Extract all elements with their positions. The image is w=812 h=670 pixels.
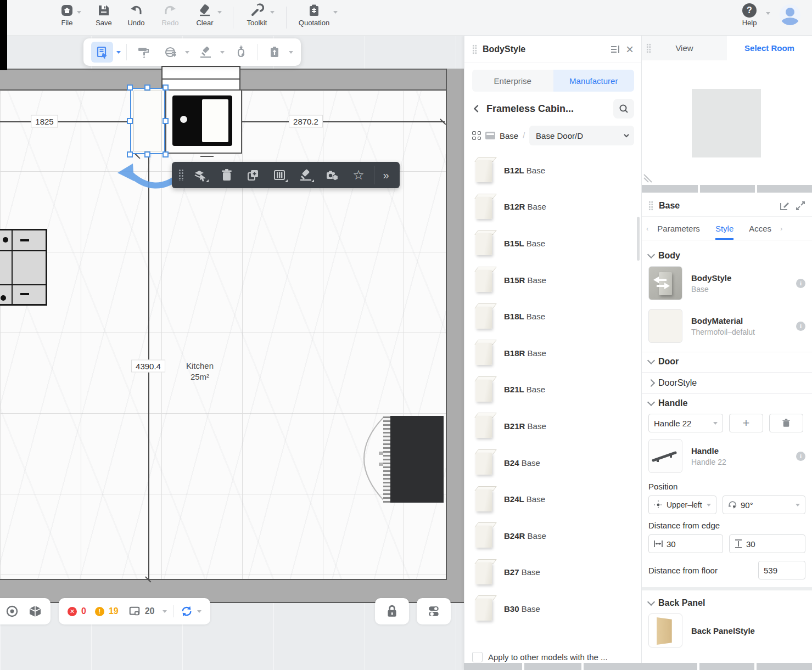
rightcol-hscrollbar[interactable] [641, 663, 812, 670]
tabs-scroll-left-icon[interactable]: ‹ [645, 224, 649, 233]
edge-y-input[interactable]: 30 [729, 534, 805, 553]
material-caret[interactable] [220, 51, 225, 54]
angle-select[interactable]: 90° [723, 496, 805, 514]
checkbox[interactable] [472, 652, 483, 662]
tab-select-room[interactable]: Select Room [727, 36, 812, 60]
globe-caret[interactable] [185, 51, 189, 54]
drag-handle-icon[interactable] [646, 43, 651, 53]
panel-splitter[interactable] [642, 185, 812, 193]
dimension-label[interactable]: 4390.4 [131, 360, 165, 373]
bodymaterial-swatch[interactable] [648, 309, 682, 343]
save-button[interactable]: Save [86, 3, 121, 33]
floorplan-canvas[interactable]: 1825 2870.2 4390.4 Kitchen 25m² [0, 36, 464, 670]
fridge[interactable] [390, 416, 444, 503]
cabinet-list-item[interactable]: B30 Base [464, 590, 641, 627]
warning-count[interactable]: 19 [109, 606, 119, 616]
tabs-scroll-right-icon[interactable]: › [779, 224, 783, 233]
cabinet-list-item[interactable]: B24R Base [464, 517, 641, 554]
help-button[interactable]: ? Help [736, 3, 763, 33]
quotation-caret[interactable] [333, 11, 338, 14]
grid-view-icon[interactable] [472, 131, 481, 140]
sync-caret[interactable] [197, 610, 201, 613]
cabinet-list-item[interactable]: B15L Base [464, 225, 641, 262]
avatar[interactable] [780, 4, 800, 25]
section-body[interactable]: Body [648, 251, 805, 261]
panels-button[interactable] [267, 164, 292, 186]
section-door[interactable]: Door [648, 357, 805, 367]
tab-accessories[interactable]: Acces [741, 217, 779, 240]
tab-style[interactable]: Style [708, 217, 741, 240]
add-handle-button[interactable]: + [729, 414, 763, 432]
sync-icon[interactable] [181, 605, 193, 617]
cabinet-list-item[interactable]: B24 Base [464, 444, 641, 481]
cabinet-list-item[interactable]: B12L Base [464, 152, 641, 189]
quotation-button[interactable]: Quotation [296, 3, 332, 33]
cabinet-list-item[interactable]: B24L Base [464, 481, 641, 517]
toolkit-caret[interactable] [270, 11, 275, 14]
edge-x-input[interactable]: 30 [648, 534, 723, 553]
more-tools-button[interactable]: » [378, 164, 394, 186]
info-icon[interactable]: i [796, 279, 805, 288]
room-preview-shape[interactable] [692, 89, 761, 157]
selection-handle-s[interactable] [144, 151, 150, 157]
back-icon[interactable] [472, 104, 481, 113]
subcategory-dropdown[interactable]: Base Door/D [529, 126, 634, 145]
selection-handle-sw[interactable] [127, 151, 133, 157]
resize-handle-icon[interactable] [643, 173, 655, 183]
material-tool-button[interactable] [195, 42, 217, 63]
dock-panel-icon[interactable] [609, 44, 620, 55]
dimension-label[interactable]: 2870.2 [289, 115, 323, 128]
info-icon[interactable]: i [796, 452, 805, 461]
tab-view[interactable]: View [642, 36, 727, 60]
screen-count[interactable]: 20 [145, 606, 155, 616]
selection-handle-e[interactable] [163, 118, 169, 124]
expand-icon[interactable] [796, 201, 805, 211]
error-count[interactable]: 0 [81, 606, 86, 616]
plan-view-caret[interactable] [116, 51, 121, 54]
export-caret[interactable] [289, 51, 293, 54]
decorate-button[interactable] [230, 42, 252, 63]
drag-handle-icon[interactable] [472, 44, 477, 54]
tab-manufacturer[interactable]: Manufacturer [553, 70, 635, 92]
lock-pill[interactable] [375, 598, 409, 624]
selection-handle-nw[interactable] [127, 85, 133, 91]
replace-model-button[interactable] [320, 164, 344, 186]
settings-toggles-pill[interactable] [417, 598, 451, 624]
globe-replace-button[interactable] [160, 42, 182, 63]
room-preview[interactable] [642, 60, 812, 182]
info-icon[interactable]: i [796, 322, 805, 331]
drag-handle-icon[interactable] [648, 201, 653, 211]
backpanel-thumbnail[interactable] [648, 613, 682, 648]
close-icon[interactable]: × [626, 43, 634, 56]
cooktop[interactable] [0, 229, 47, 306]
toolbar-drag-handle[interactable] [178, 169, 184, 181]
category-label[interactable]: Base [500, 131, 518, 140]
tab-enterprise[interactable]: Enterprise [472, 70, 553, 92]
cube-3d-icon[interactable] [29, 605, 42, 618]
file-caret[interactable] [77, 11, 81, 14]
screens-caret[interactable] [163, 610, 167, 613]
select-tool-button[interactable] [188, 164, 212, 186]
sink-cabinet[interactable] [165, 89, 242, 154]
handle-select[interactable]: Handle 22 [648, 414, 723, 432]
dimension-label[interactable]: 1825 [31, 115, 58, 128]
section-back-panel[interactable]: Back Panel [648, 598, 805, 608]
doorstyle-row[interactable]: DoorStyle [648, 378, 805, 388]
paint-roller-button[interactable] [132, 42, 154, 63]
cabinet-list-item[interactable]: B12R Base [464, 189, 641, 226]
bodystyle-hscrollbar[interactable] [464, 663, 641, 670]
favorite-button[interactable]: ☆ [346, 164, 371, 186]
edit-icon[interactable] [779, 200, 790, 211]
file-button[interactable]: File [49, 3, 85, 33]
bodystyle-thumbnail[interactable] [648, 266, 682, 300]
help-caret[interactable] [766, 12, 770, 15]
cabinet-list-item[interactable]: B15R Base [464, 262, 641, 299]
delete-handle-button[interactable] [769, 414, 803, 432]
cabinet-list-item[interactable]: B18R Base [464, 335, 641, 371]
selected-cabinet[interactable] [130, 88, 165, 154]
duplicate-button[interactable] [241, 164, 265, 186]
cabinet-list-item[interactable]: B18L Base [464, 298, 641, 335]
selection-handle-se[interactable] [163, 151, 169, 157]
clear-caret[interactable] [217, 11, 222, 14]
handle-thumbnail[interactable] [648, 439, 682, 473]
